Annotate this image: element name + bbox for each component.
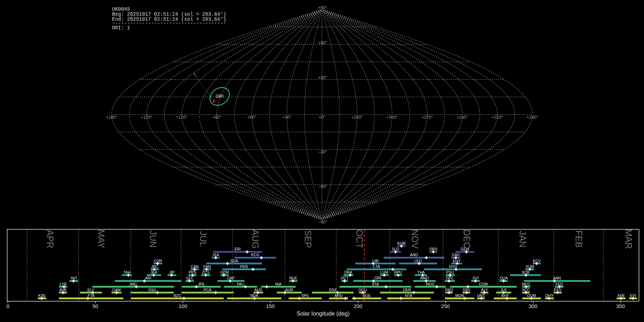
svg-text:PPS: PPS [189, 270, 196, 274]
svg-text:+0°: +0° [319, 115, 326, 120]
svg-text:NOO: NOO [426, 282, 435, 286]
svg-text:NCC: NCC [522, 282, 530, 286]
svg-text:QHY: QHY [545, 293, 553, 298]
svg-text:CTA: CTA [373, 264, 380, 269]
svg-text:CAN: CAN [191, 264, 199, 269]
svg-text:JRC: JRC [151, 264, 158, 269]
svg-text:PER: PER [240, 264, 248, 269]
svg-text:FTA: FTA [88, 293, 94, 298]
svg-text:JIP: JIP [169, 270, 175, 274]
svg-text:+60°: +60° [318, 40, 327, 45]
svg-text:−30°: −30° [318, 150, 327, 155]
svg-text:JUL: JUL [198, 231, 208, 247]
svg-text:OER: OER [403, 288, 411, 292]
svg-text:HVI: HVI [70, 276, 77, 280]
svg-text:ORS: ORS [429, 247, 438, 251]
svg-text:AND: AND [410, 253, 418, 257]
svg-text:AUR: AUR [285, 288, 293, 292]
svg-text:FEV: FEV [554, 288, 561, 292]
svg-text:LMI: LMI [372, 259, 379, 263]
svg-text:ZCS: ZCS [202, 270, 210, 274]
svg-text:OCU: OCU [358, 288, 367, 292]
svg-text:COR: COR [154, 259, 162, 263]
svg-text:THA: THA [417, 270, 425, 274]
svg-text:LUM: LUM [380, 270, 388, 274]
svg-text:JMC: JMC [129, 282, 137, 286]
svg-text:+270°: +270° [421, 115, 433, 120]
svg-text:DKD: DKD [445, 288, 453, 292]
svg-text:DSV: DSV [463, 288, 470, 292]
svg-text:350: 350 [616, 303, 625, 309]
svg-text:ECV: ECV [533, 259, 541, 263]
svg-text:GUM: GUM [527, 293, 536, 298]
svg-text:CAP: CAP [227, 276, 235, 280]
svg-text:DAD: DAD [452, 253, 460, 257]
svg-text:+60°: +60° [247, 115, 256, 120]
svg-text:MAY: MAY [96, 230, 106, 249]
svg-text:KUM: KUM [397, 241, 406, 245]
svg-text:XHE: XHE [617, 293, 625, 298]
svg-text:JPE: JPE [198, 282, 205, 286]
svg-text:AVB: AVB [59, 288, 67, 292]
svg-text:+330°: +330° [351, 115, 363, 120]
svg-text:SSG: SSG [148, 288, 156, 292]
svg-text:ALY: ALY [481, 288, 488, 292]
svg-text:DRA: DRA [344, 270, 352, 274]
svg-text:ARD: ARD [335, 293, 343, 298]
svg-text:250: 250 [441, 303, 450, 309]
svg-text:SEP: SEP [303, 230, 313, 248]
svg-text:COM: COM [479, 282, 488, 286]
svg-text:GEM: GEM [461, 247, 469, 251]
svg-text:JXA: JXA [212, 253, 219, 257]
svg-text:PCA: PCA [204, 288, 211, 292]
svg-text:+210°: +210° [492, 115, 503, 120]
svg-text:HYD: HYD [449, 264, 457, 269]
svg-text:LEO: LEO [414, 259, 422, 263]
svg-text:NDA: NDA [250, 293, 258, 298]
svg-text:NIA: NIA [275, 282, 282, 286]
svg-text:+180°: +180° [527, 115, 538, 120]
svg-text:FAN: FAN [204, 264, 211, 269]
svg-text:ERI: ERI [234, 247, 241, 251]
svg-text:GDR: GDR [220, 270, 229, 274]
svg-text:EGE: EGE [363, 293, 371, 298]
svg-text:−90°: −90° [318, 220, 327, 225]
svg-text:XVI: XVI [473, 276, 479, 280]
svg-text:ORI: 1: ORI: 1 [112, 25, 130, 31]
svg-text:FED: FED [556, 282, 563, 286]
svg-text:TAH: TAH [123, 270, 131, 274]
svg-text:+30°: +30° [318, 75, 327, 80]
svg-text:+300°: +300° [386, 115, 398, 120]
svg-text:ORI: ORI [216, 94, 224, 99]
svg-text:NUE: NUE [289, 276, 297, 280]
svg-text:AUG: AUG [250, 229, 260, 249]
svg-text:150: 150 [266, 303, 275, 309]
svg-text:OCT: OCT [355, 230, 365, 249]
svg-text:AHY: AHY [501, 293, 509, 298]
svg-text:NOV: NOV [410, 229, 420, 249]
svg-text:XUM: XUM [526, 264, 534, 269]
svg-text:PSU: PSU [446, 270, 454, 274]
svg-text:ORI: ORI [375, 276, 381, 280]
svg-text:XCB: XCB [522, 270, 530, 274]
svg-text:+240°: +240° [457, 115, 468, 120]
svg-text:DEC: DEC [462, 230, 472, 249]
svg-text:ARI: ARI [145, 276, 151, 280]
svg-text:+180°: +180° [106, 115, 117, 120]
svg-text:QUA: QUA [499, 276, 508, 280]
svg-text:EHY: EHY [453, 259, 461, 263]
svg-text:FEB: FEB [574, 230, 584, 248]
svg-text:Solar longitude (deg): Solar longitude (deg) [297, 311, 350, 317]
svg-text:JUN: JUN [148, 230, 158, 248]
svg-text:SPE: SPE [301, 293, 309, 298]
svg-text:LYR: LYR [60, 282, 67, 286]
svg-text:JLE: JLE [501, 288, 507, 292]
svg-text:NZC: NZC [174, 293, 181, 298]
svg-text:PAU: PAU [237, 282, 244, 286]
svg-text:RPU: RPU [394, 270, 402, 274]
svg-text:NTA: NTA [405, 293, 412, 298]
svg-text:100: 100 [179, 303, 187, 309]
svg-text:SDA: SDA [230, 259, 238, 263]
svg-text:MON: MON [455, 293, 464, 298]
svg-text:APR: APR [45, 230, 55, 248]
